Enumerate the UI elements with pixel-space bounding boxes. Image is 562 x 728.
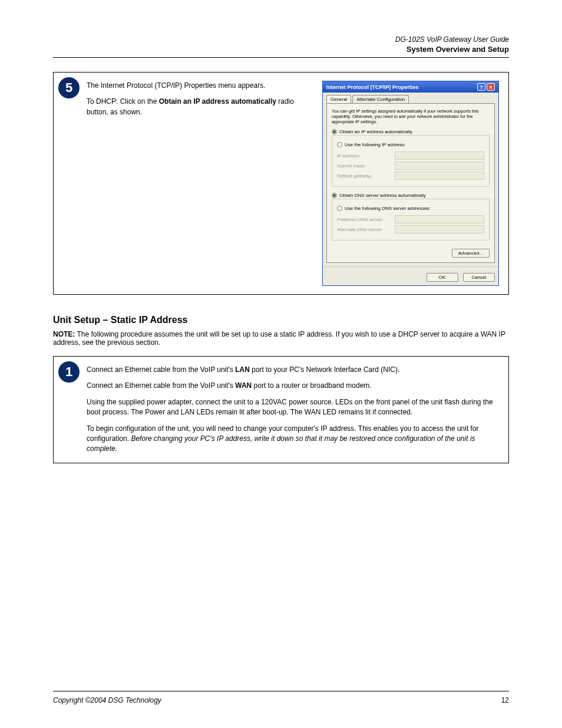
header-divider [53, 57, 509, 58]
radio-label: Obtain an IP address automatically [339, 129, 412, 134]
doc-title: DG-102S VoIP Gateway User Guide [53, 35, 509, 44]
step1-p1: Connect an Ethernet cable from the VoIP … [87, 365, 499, 375]
copyright: Copyright ©2004 DSG Technology [53, 696, 161, 704]
tab-alternate-config[interactable]: Alternate Configuration [352, 95, 409, 103]
step-1-text: Connect an Ethernet cable from the VoIP … [87, 365, 499, 454]
t: Before changing your PC's IP address, wr… [87, 434, 475, 453]
step5-p1: The Internet Protocol (TCP/IP) Propertie… [87, 81, 310, 91]
step-badge-5: 5 [58, 77, 80, 98]
help-button[interactable]: ? [477, 83, 485, 91]
step1-p2: Connect an Ethernet cable from the VoIP … [87, 381, 499, 391]
step5-p2a: To DHCP: Click on the [87, 97, 159, 106]
page-number: 12 [501, 696, 509, 704]
tab-general[interactable]: General [326, 95, 351, 103]
radio-ip-manual[interactable]: Use the following IP address: [337, 142, 408, 147]
radio-dns-manual[interactable]: Use the following DNS server addresses: [337, 206, 433, 211]
step5-p2: To DHCP: Click on the Obtain an IP addre… [87, 97, 310, 117]
dialog-description: You can get IP settings assigned automat… [332, 108, 490, 124]
step-5-text: The Internet Protocol (TCP/IP) Propertie… [87, 81, 310, 286]
field-label: Default gateway: [337, 173, 391, 179]
radio-icon [337, 142, 342, 147]
section-note: NOTE: The following procedure assumes th… [53, 330, 509, 347]
note-text: The following procedure assumes the unit… [53, 330, 505, 347]
field-label: Preferred DNS server: [337, 217, 391, 222]
alternate-dns-input[interactable] [395, 225, 484, 233]
radio-label: Use the following IP address: [345, 142, 405, 147]
preferred-dns-input[interactable] [395, 215, 484, 223]
ip-address-input[interactable] [395, 151, 484, 160]
section-title: System Overview and Setup [53, 45, 509, 54]
step-badge-1: 1 [58, 361, 80, 383]
field-preferred-dns: Preferred DNS server: [337, 215, 484, 223]
t: Connect an Ethernet cable from the VoIP … [87, 365, 235, 374]
dns-fieldset: Use the following DNS server addresses: … [332, 199, 490, 241]
page-footer: Copyright ©2004 DSG Technology 12 [53, 691, 509, 704]
field-label: Alternate DNS server: [337, 227, 391, 232]
dialog-tabs: General Alternate Configuration [323, 93, 498, 103]
radio-label: Obtain DNS server address automatically [339, 193, 426, 198]
tcpip-dialog-screenshot: Internet Protocol (TCP/IP) Properties ? … [322, 81, 499, 286]
t: Connect an Ethernet cable from the VoIP … [87, 381, 235, 390]
note-label: NOTE: [53, 330, 75, 338]
field-default-gateway: Default gateway: [337, 172, 484, 180]
default-gateway-input[interactable] [395, 172, 484, 180]
t: LAN [235, 365, 250, 374]
t: port to a router or broadband modem. [252, 381, 371, 390]
ok-button[interactable]: OK [427, 273, 458, 282]
field-alternate-dns: Alternate DNS server: [337, 225, 484, 233]
dialog-body: You can get IP settings assigned automat… [326, 103, 495, 263]
dialog-footer: OK Cancel [323, 266, 498, 285]
radio-icon [332, 129, 337, 134]
radio-label: Use the following DNS server addresses: [345, 206, 431, 211]
dialog-titlebar: Internet Protocol (TCP/IP) Properties ? … [323, 81, 498, 93]
t: WAN [235, 381, 252, 390]
step5-p2b: Obtain an IP address automatically [159, 97, 276, 106]
page-header: DG-102S VoIP Gateway User Guide System O… [53, 35, 509, 54]
field-subnet-mask: Subnet mask: [337, 162, 484, 170]
step1-p3: Using the supplied power adapter, connec… [87, 397, 499, 418]
ip-fieldset: Use the following IP address: IP address… [332, 135, 490, 187]
close-button[interactable]: × [487, 83, 495, 91]
cancel-button[interactable]: Cancel [463, 273, 495, 282]
radio-icon [332, 193, 337, 198]
radio-icon [337, 206, 342, 211]
subnet-mask-input[interactable] [395, 162, 484, 170]
field-ip-address: IP address: [337, 151, 484, 160]
radio-dns-auto[interactable]: Obtain DNS server address automatically [332, 193, 490, 198]
step1-p4: To begin configuration of the unit, you … [87, 424, 499, 454]
section-heading: Unit Setup – Static IP Address [53, 315, 509, 325]
t: port to your PC's Network Interface Card… [250, 365, 399, 374]
tcpip-dialog: Internet Protocol (TCP/IP) Properties ? … [322, 81, 499, 286]
footer-divider [53, 691, 509, 691]
advanced-button[interactable]: Advanced... [452, 249, 490, 258]
dialog-title: Internet Protocol (TCP/IP) Properties [326, 84, 419, 90]
field-label: IP address: [337, 153, 391, 159]
radio-ip-auto[interactable]: Obtain an IP address automatically [332, 129, 490, 134]
step-5-box: 5 The Internet Protocol (TCP/IP) Propert… [53, 72, 509, 295]
field-label: Subnet mask: [337, 163, 391, 169]
step-1-box: 1 Connect an Ethernet cable from the VoI… [53, 356, 509, 463]
